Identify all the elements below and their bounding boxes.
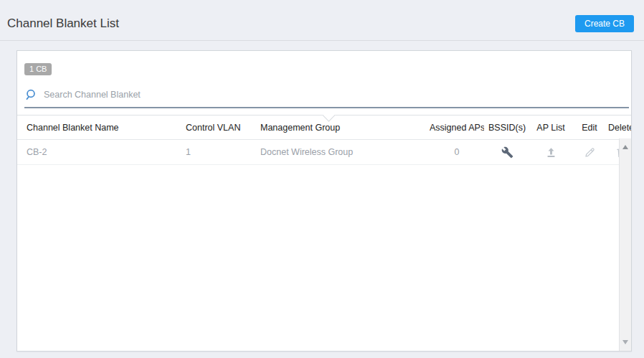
scroll-down-icon[interactable] (622, 340, 628, 344)
search-icon (24, 88, 37, 101)
column-header-delete: Delete (607, 123, 632, 133)
upload-icon[interactable] (545, 146, 557, 159)
table-row: CB-2 1 Docnet Wireless Group 0 (17, 140, 631, 165)
cell-edit (572, 146, 607, 159)
column-header-bssid: BSSID(s) (484, 123, 530, 133)
cell-bssid (484, 146, 530, 159)
search-underline (24, 107, 629, 108)
column-header-mgmt-group: Management Group (260, 123, 430, 133)
cell-blanket-name: CB-2 (17, 147, 186, 157)
column-header-edit: Edit (572, 123, 607, 133)
search-input[interactable] (44, 90, 273, 100)
channel-blanket-panel: 1 CB Channel Blanket Name Control VLAN M… (16, 50, 632, 352)
page-title: Channel Blanket List (7, 17, 119, 31)
cell-assigned-aps: 0 (430, 147, 484, 157)
scroll-up-icon[interactable] (622, 145, 628, 149)
search-bar (24, 85, 631, 104)
page: Channel Blanket List Create CB 1 CB Chan… (0, 0, 644, 352)
table-header-row: Channel Blanket Name Control VLAN Manage… (17, 115, 631, 140)
channel-blanket-table: Channel Blanket Name Control VLAN Manage… (17, 115, 631, 165)
column-header-ap-list: AP List (530, 123, 572, 133)
column-header-control-vlan: Control VLAN (186, 123, 260, 133)
wrench-icon[interactable] (501, 146, 513, 159)
column-header-assigned-aps: Assigned APs (430, 123, 484, 133)
cell-management-group: Docnet Wireless Group (260, 147, 430, 157)
cb-count-badge: 1 CB (24, 63, 52, 75)
column-header-name: Channel Blanket Name (17, 123, 186, 133)
create-cb-button[interactable]: Create CB (575, 15, 634, 32)
cell-control-vlan: 1 (186, 147, 260, 157)
top-bar: Channel Blanket List Create CB (0, 0, 644, 41)
collapse-notch-icon (322, 108, 335, 121)
cell-ap-list (530, 146, 572, 159)
vertical-scrollbar[interactable] (619, 138, 631, 351)
pencil-icon[interactable] (584, 146, 596, 159)
